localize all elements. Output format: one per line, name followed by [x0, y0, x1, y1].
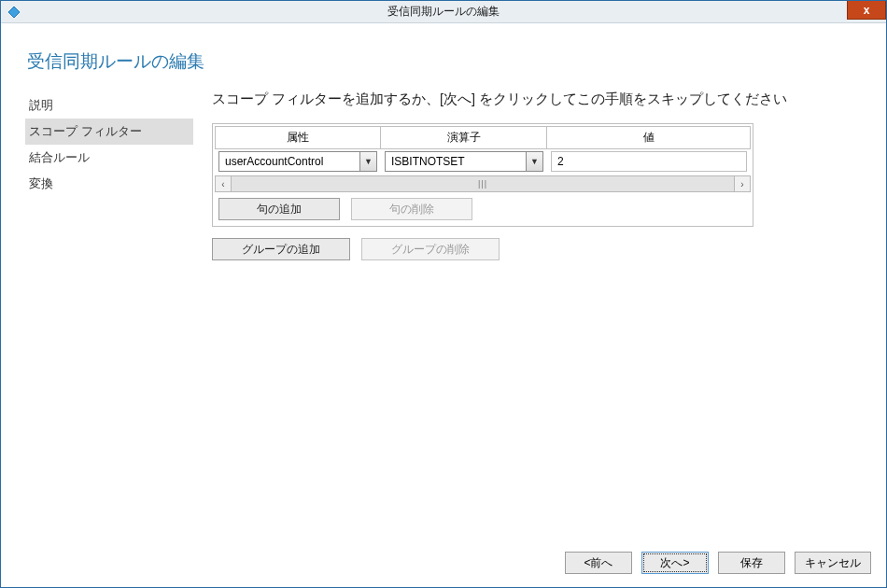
column-header-operator: 演算子 — [381, 126, 547, 149]
cancel-button[interactable]: キャンセル — [795, 552, 871, 574]
dialog-body: 受信同期ルールの編集 説明 スコープ フィルター 結合ルール 変換 スコープ フ… — [1, 23, 886, 544]
remove-clause-button[interactable]: 句の削除 — [351, 198, 472, 220]
back-button[interactable]: <前へ — [565, 552, 632, 574]
attribute-combobox[interactable]: userAccountControl ▼ — [218, 151, 377, 172]
horizontal-scrollbar[interactable]: ‹ ||| › — [215, 175, 751, 192]
scroll-grip-icon: ||| — [478, 179, 487, 189]
operator-combobox[interactable]: ISBITNOTSET ▼ — [385, 151, 543, 172]
next-button[interactable]: 次へ> — [641, 552, 709, 574]
filter-row: userAccountControl ▼ ISBITNOTSET ▼ — [215, 151, 751, 172]
chevron-down-icon: ▼ — [359, 152, 376, 171]
dialog-footer: <前へ 次へ> 保存 キャンセル — [1, 544, 886, 587]
add-clause-button[interactable]: 句の追加 — [218, 198, 340, 220]
window-title: 受信同期ルールの編集 — [1, 4, 886, 20]
add-group-button[interactable]: グループの追加 — [212, 238, 350, 260]
clause-buttons: 句の追加 句の削除 — [218, 198, 751, 224]
sidebar-item-join-rules[interactable]: 結合ルール — [25, 145, 193, 171]
filter-header: 属性 演算子 値 — [215, 126, 751, 149]
column-header-value: 値 — [547, 126, 751, 149]
content-area: スコープ フィルターを追加するか、[次へ] をクリックしてこの手順をスキップして… — [212, 91, 862, 533]
operator-combobox-value: ISBITNOTSET — [386, 155, 526, 168]
attribute-combobox-value: userAccountControl — [219, 155, 359, 168]
main-columns: 説明 スコープ フィルター 結合ルール 変換 スコープ フィルターを追加するか、… — [25, 91, 862, 533]
column-header-attribute: 属性 — [215, 126, 381, 149]
scroll-right-icon[interactable]: › — [734, 175, 751, 192]
save-button[interactable]: 保存 — [718, 552, 785, 574]
page-heading: 受信同期ルールの編集 — [27, 49, 862, 74]
scroll-left-icon[interactable]: ‹ — [215, 175, 232, 192]
group-buttons: グループの追加 グループの削除 — [212, 238, 862, 260]
remove-group-button[interactable]: グループの削除 — [361, 238, 500, 260]
instruction-text: スコープ フィルターを追加するか、[次へ] をクリックしてこの手順をスキップして… — [212, 91, 862, 108]
chevron-down-icon: ▼ — [526, 152, 542, 171]
svg-marker-0 — [8, 7, 20, 18]
titlebar: 受信同期ルールの編集 x — [1, 1, 886, 23]
sidebar-item-description[interactable]: 説明 — [25, 92, 193, 119]
value-input[interactable] — [551, 151, 747, 172]
scroll-track[interactable]: ||| — [232, 175, 734, 192]
close-button[interactable]: x — [847, 1, 886, 20]
sidebar-item-scope-filter[interactable]: スコープ フィルター — [25, 119, 193, 145]
sidebar-item-transformations[interactable]: 変換 — [25, 171, 193, 197]
sidebar: 説明 スコープ フィルター 結合ルール 変換 — [25, 91, 193, 533]
app-icon — [7, 5, 21, 20]
filter-group-box: 属性 演算子 値 userAccountControl ▼ ISBITNOTSE… — [212, 123, 753, 227]
dialog-window: 受信同期ルールの編集 x 受信同期ルールの編集 説明 スコープ フィルター 結合… — [0, 0, 887, 588]
